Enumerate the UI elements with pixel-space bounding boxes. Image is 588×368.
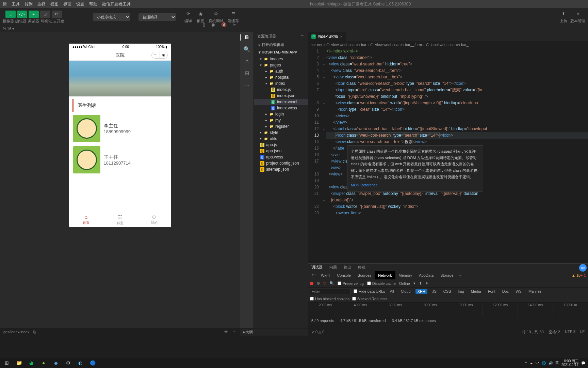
remote-debug-icon[interactable]: ⚙: [212, 11, 220, 17]
tree-project.config.json[interactable]: {}project.config.json: [254, 160, 308, 166]
mode-select[interactable]: 小程序模式: [93, 13, 130, 21]
search-icon[interactable]: 🔍: [329, 281, 334, 286]
tray-network-icon[interactable]: 🌐: [542, 361, 546, 365]
tray-security-icon[interactable]: 🛡: [536, 361, 539, 365]
menu-view[interactable]: 视图: [50, 1, 59, 7]
device-icon[interactable]: ▯: [203, 22, 205, 27]
console-tab[interactable]: Console: [334, 271, 354, 279]
app-icon[interactable]: ●: [39, 359, 48, 367]
filter-js[interactable]: JS: [430, 289, 439, 294]
tree-index.js[interactable]: {}index.js: [254, 87, 308, 93]
online-select[interactable]: Online: [399, 281, 410, 286]
search-icon[interactable]: 🔍: [243, 46, 250, 52]
error-count[interactable]: ● 1: [581, 273, 586, 277]
menu-settings[interactable]: 设置: [76, 1, 84, 7]
visual-toggle[interactable]: ⊞: [40, 11, 50, 18]
indent-status[interactable]: 空格: 2: [549, 329, 560, 335]
extensions-icon[interactable]: ⊞: [245, 70, 249, 76]
filter-doc[interactable]: Doc: [500, 289, 511, 294]
git-icon[interactable]: ⋔: [245, 58, 249, 64]
menu-wechat-devtools[interactable]: 微信开发者工具: [102, 1, 131, 7]
tray-clock[interactable]: 0:00 周三2021/11/17: [561, 359, 578, 367]
tree-register[interactable]: 📁register: [254, 123, 308, 129]
open-editors-section[interactable]: ▸ 打开的编辑器: [254, 41, 308, 49]
filter-all[interactable]: All: [388, 289, 396, 294]
menu-goto[interactable]: 转到: [24, 1, 33, 7]
download-throttle-icon[interactable]: ⬇: [425, 281, 428, 286]
tree-auth[interactable]: 📁auth: [254, 68, 308, 74]
tray-notification-icon[interactable]: 💬: [581, 361, 585, 365]
tree-login[interactable]: 📁login: [254, 111, 308, 117]
filter-media[interactable]: Media: [469, 289, 483, 294]
hide-data-urls-check[interactable]: Hide data URLs: [354, 289, 385, 293]
network-timeline[interactable]: 2000 ms4000 ms6000 ms8000 ms10000 ms1200…: [308, 303, 588, 317]
start-icon[interactable]: ⊞: [3, 359, 11, 367]
preview-icon[interactable]: ◉: [196, 11, 205, 17]
mute-icon[interactable]: 🔇: [221, 22, 227, 27]
mdn-link[interactable]: MDN Reference: [351, 183, 378, 187]
tray-onedrive-icon[interactable]: ☁: [529, 361, 533, 365]
copy-path-icon[interactable]: ⎘: [33, 330, 36, 334]
wechat-icon[interactable]: ◕: [27, 359, 35, 367]
close-tab-icon[interactable]: ×: [340, 34, 342, 39]
zoom-indicator[interactable]: % 16 ▾: [0, 26, 588, 32]
capsule-close[interactable]: ◉: [160, 52, 168, 59]
eye-icon[interactable]: 👁: [224, 330, 228, 334]
inspect-icon[interactable]: ⬚: [310, 273, 317, 278]
disable-cache-check[interactable]: Disable cache: [367, 281, 396, 286]
menu-tools[interactable]: 工具: [12, 1, 20, 7]
tab-home[interactable]: ⌂首页: [69, 212, 103, 227]
tree-utils[interactable]: 📁utils: [254, 136, 308, 142]
cut-icon[interactable]: ✂: [233, 22, 236, 27]
filter-cloud[interactable]: Cloud: [399, 289, 413, 294]
wxml-tab[interactable]: Wxml: [317, 271, 334, 279]
eol-status[interactable]: LF: [580, 329, 585, 335]
filter-manifest[interactable]: Manifes: [526, 289, 544, 294]
clear-cache-icon[interactable]: ☰: [229, 11, 238, 17]
tree-images[interactable]: 📁images: [254, 56, 308, 62]
doctor-item[interactable]: 王主任 18112907714: [69, 144, 171, 175]
explorer-icon[interactable]: 🗎: [240, 34, 254, 41]
sources-tab[interactable]: Sources: [354, 271, 375, 279]
code-editor[interactable]: 1234567891011121314151617181920212223 ⌄⌄…: [308, 48, 588, 263]
filter-icon[interactable]: ▽: [323, 281, 326, 286]
more-icon[interactable]: ⋯: [244, 82, 249, 88]
doctor-item[interactable]: 李主任 18899999999: [69, 113, 171, 144]
menu-edit[interactable]: 辑: [3, 1, 7, 7]
filter-xhr[interactable]: XHR: [415, 289, 427, 294]
tree-app.json[interactable]: {}app.json: [254, 148, 308, 154]
editor-toggle[interactable]: </>: [17, 11, 27, 18]
version-icon[interactable]: ⋔: [574, 11, 582, 17]
app-icon[interactable]: ◆: [52, 359, 60, 367]
tree-hospital[interactable]: 📁hospital: [254, 74, 308, 80]
tree-sitemap.json[interactable]: {}sitemap.json: [254, 166, 308, 172]
menu-select[interactable]: 选择: [37, 1, 46, 7]
tree-index[interactable]: 📁index: [254, 80, 308, 87]
blocked-requests-check[interactable]: Blocked Requests: [352, 297, 388, 301]
app-icon[interactable]: ⚙: [64, 359, 72, 367]
tree-app.wxss[interactable]: {}app.wxss: [254, 154, 308, 160]
menu-help[interactable]: 帮助: [89, 1, 97, 7]
more-tabs-icon[interactable]: »: [457, 273, 463, 277]
tree-index.wxss[interactable]: {}index.wxss: [254, 105, 308, 111]
problems-count[interactable]: ⊘ 0 △ 0: [311, 330, 324, 334]
preserve-log-check[interactable]: Preserve log: [338, 281, 364, 286]
record-icon[interactable]: ◉: [211, 22, 215, 27]
cloud-toggle[interactable]: ⟳: [52, 11, 62, 18]
app-icon[interactable]: ◐: [76, 359, 84, 367]
tree-pages[interactable]: 📁pages: [254, 62, 308, 68]
chrome-icon[interactable]: 🔵: [88, 359, 97, 367]
filter-css[interactable]: CSS: [441, 289, 453, 294]
memory-tab[interactable]: Memory: [395, 271, 416, 279]
problems-tab[interactable]: 问题: [326, 264, 340, 271]
upload-throttle-icon[interactable]: ⬆: [419, 281, 422, 286]
clear-icon[interactable]: ⊘: [317, 281, 320, 286]
blocked-cookies-check[interactable]: Has blocked cookies: [310, 297, 349, 301]
filter-font[interactable]: Font: [486, 289, 497, 294]
filter-img[interactable]: Img: [456, 289, 466, 294]
tree-style[interactable]: 📁style: [254, 129, 308, 136]
capsule-menu[interactable]: ⋯: [151, 52, 160, 59]
encoding-status[interactable]: UTF-8: [565, 329, 575, 335]
more-icon[interactable]: ⋯: [233, 330, 236, 334]
editor-tab[interactable]: {}index.wxml×: [308, 32, 346, 41]
